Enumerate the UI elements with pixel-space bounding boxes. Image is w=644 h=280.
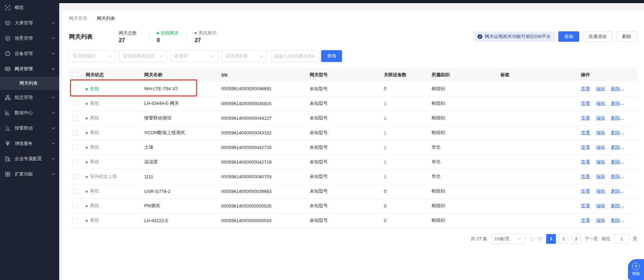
more-action[interactable]: 更多 bbox=[626, 145, 635, 150]
delete-action[interactable]: 删除 bbox=[611, 203, 620, 208]
sidebar-item-gateway[interactable]: 网关管理 bbox=[0, 61, 59, 77]
page-button-3[interactable]: 3 bbox=[571, 234, 581, 244]
more-action[interactable]: 更多 bbox=[626, 218, 635, 223]
edit-action[interactable]: 编辑 bbox=[596, 145, 605, 150]
edit-action[interactable]: 编辑 bbox=[596, 203, 605, 208]
breadcrumb-current: 网关列表 bbox=[97, 15, 115, 22]
view-action[interactable]: 查看 bbox=[581, 174, 590, 179]
device-count[interactable]: 1 bbox=[384, 130, 386, 135]
more-action[interactable]: 更多 bbox=[626, 115, 635, 120]
row-checkbox[interactable] bbox=[72, 218, 78, 223]
view-action[interactable]: 查看 bbox=[581, 115, 590, 120]
edit-action[interactable]: 编辑 bbox=[596, 101, 605, 106]
device-count[interactable]: 1 bbox=[384, 116, 386, 121]
view-action[interactable]: 查看 bbox=[581, 203, 590, 208]
more-action[interactable]: 更多 bbox=[626, 174, 635, 179]
prev-page-button[interactable]: 上一页 bbox=[529, 236, 543, 242]
device-count[interactable]: 1 bbox=[384, 160, 386, 165]
gateway-name: 1111 bbox=[140, 169, 217, 184]
more-action[interactable]: 更多 bbox=[626, 101, 635, 106]
more-action[interactable]: 更多 bbox=[626, 188, 635, 194]
view-action[interactable]: 查看 bbox=[581, 130, 590, 135]
more-action[interactable]: 更多 bbox=[626, 159, 635, 164]
batch-add-button[interactable]: 批量添加 bbox=[583, 31, 613, 42]
sidebar-item-alarm[interactable]: 报警联动 bbox=[0, 120, 59, 136]
delete-action[interactable]: 删除 bbox=[611, 86, 620, 91]
delete-action[interactable]: 删除 bbox=[611, 174, 620, 179]
row-checkbox[interactable] bbox=[72, 115, 78, 121]
page-button-1[interactable]: 1 bbox=[546, 234, 556, 244]
more-action[interactable]: 更多 bbox=[626, 130, 635, 135]
view-action[interactable]: 查看 bbox=[581, 145, 590, 150]
delete-action[interactable]: 删除 bbox=[611, 130, 620, 135]
row-checkbox[interactable] bbox=[72, 145, 78, 150]
sidebar-item-screen[interactable]: 大屏管理 bbox=[0, 15, 59, 31]
device-count[interactable]: 1 bbox=[384, 101, 386, 106]
row-checkbox[interactable] bbox=[72, 188, 78, 194]
view-action[interactable]: 查看 bbox=[581, 86, 590, 91]
sidebar-item-enterprise[interactable]: 企业专属配置 bbox=[0, 151, 59, 166]
view-action[interactable]: 查看 bbox=[581, 101, 590, 106]
gateway-sn: 00059614000000000024 bbox=[217, 213, 305, 228]
row-checkbox[interactable] bbox=[72, 130, 78, 135]
device-count[interactable]: 1 bbox=[384, 174, 386, 179]
help-label: 帮助 bbox=[632, 271, 640, 277]
delete-action[interactable]: 删除 bbox=[611, 159, 620, 164]
big-screen-icon bbox=[5, 20, 10, 26]
org-name: 根组织 bbox=[427, 125, 496, 140]
more-action[interactable]: 更多 bbox=[626, 203, 635, 208]
sidebar-item-extension[interactable]: 扩展功能 bbox=[0, 166, 59, 182]
select-all-checkbox[interactable] bbox=[72, 72, 78, 78]
gateway-sn: 00059614000000046691 bbox=[217, 81, 305, 96]
sidebar-item-scene[interactable]: 场景管理 bbox=[0, 31, 59, 46]
table-header-row: 网关状态网关名称SN网关型号关联设备数所属组织标签操作 bbox=[69, 68, 637, 81]
delete-action[interactable]: 删除 bbox=[611, 101, 620, 106]
sidebar-item-device[interactable]: 设备管理 bbox=[0, 46, 59, 61]
sidebar-item-configuration[interactable]: 组态管理 bbox=[0, 90, 59, 105]
edit-action[interactable]: 编辑 bbox=[596, 115, 605, 120]
row-checkbox[interactable] bbox=[72, 203, 78, 209]
delete-action[interactable]: 删除 bbox=[611, 188, 620, 194]
device-count[interactable]: 1 bbox=[384, 145, 386, 150]
view-action[interactable]: 查看 bbox=[581, 218, 590, 223]
delete-action[interactable]: 删除 bbox=[611, 145, 620, 150]
row-checkbox[interactable] bbox=[72, 86, 78, 92]
edit-action[interactable]: 编辑 bbox=[596, 130, 605, 135]
query-button[interactable]: 查询 bbox=[321, 50, 342, 62]
org-select[interactable]: 请选择组织 bbox=[69, 50, 116, 62]
sn-search-input[interactable] bbox=[270, 50, 318, 62]
page-button-2[interactable]: 2 bbox=[559, 234, 568, 244]
delete-action[interactable]: 删除 bbox=[611, 218, 620, 223]
goto-page-input[interactable] bbox=[614, 234, 629, 244]
help-button[interactable]: ? 帮助 bbox=[628, 259, 644, 280]
dm-platform-banner[interactable]: i 网关运维相关功能可前往DM平台 bbox=[473, 31, 555, 42]
next-page-button[interactable]: 下一页 bbox=[584, 236, 598, 242]
edit-action[interactable]: 编辑 bbox=[596, 159, 605, 164]
model-select[interactable]: 请选择 bbox=[170, 50, 218, 62]
breadcrumb-separator-icon: 〉 bbox=[90, 16, 94, 22]
view-action[interactable]: 查看 bbox=[581, 159, 590, 164]
row-checkbox[interactable] bbox=[72, 101, 78, 106]
edit-action[interactable]: 编辑 bbox=[596, 188, 605, 194]
edit-action[interactable]: 编辑 bbox=[596, 218, 605, 223]
breadcrumb-parent[interactable]: 网关管理 bbox=[69, 15, 87, 22]
column-header: 网关名称 bbox=[140, 68, 217, 81]
gateway-model: 未知型号 bbox=[305, 213, 380, 228]
org-name: 华北 bbox=[427, 169, 496, 184]
row-checkbox[interactable] bbox=[72, 159, 78, 165]
row-checkbox[interactable] bbox=[72, 174, 78, 179]
delete-button[interactable]: 删除 bbox=[616, 31, 637, 42]
sidebar-subitem-gateway-list[interactable]: 网关列表 bbox=[0, 77, 59, 90]
delete-action[interactable]: 删除 bbox=[611, 115, 620, 120]
add-button[interactable]: 添加 bbox=[558, 31, 579, 42]
view-action[interactable]: 查看 bbox=[581, 188, 590, 194]
gateway-status-select[interactable]: 请选择网关状态 bbox=[119, 50, 167, 62]
edit-action[interactable]: 编辑 bbox=[596, 86, 605, 91]
sidebar-item-overview[interactable]: 概览 bbox=[0, 0, 59, 15]
sidebar-item-datacenter[interactable]: 数据中心 bbox=[0, 105, 59, 120]
page-size-select[interactable]: 10条/页 bbox=[491, 234, 526, 244]
tag-select[interactable]: 请选择标签 bbox=[222, 50, 267, 62]
more-action[interactable]: 更多 bbox=[626, 86, 635, 91]
sidebar-item-vas[interactable]: 增值服务 bbox=[0, 136, 59, 151]
edit-action[interactable]: 编辑 bbox=[596, 174, 605, 179]
